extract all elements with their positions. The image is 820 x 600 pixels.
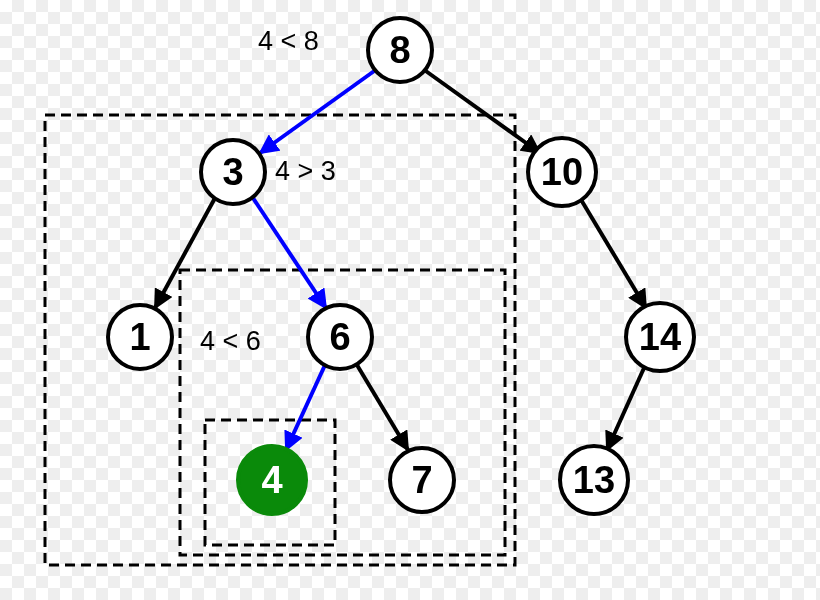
svg-text:10: 10 <box>541 151 583 193</box>
node-1: 1 <box>108 305 172 369</box>
svg-text:14: 14 <box>639 316 681 358</box>
bst-search-diagram: 8 3 10 1 6 14 4 7 13 4 < 8 4 > 3 4 < 6 <box>0 0 820 600</box>
node-6: 6 <box>308 305 372 369</box>
comparison-label-root: 4 < 8 <box>258 26 319 56</box>
svg-text:13: 13 <box>573 459 615 501</box>
node-13: 13 <box>560 446 628 514</box>
edge-6-4 <box>286 365 325 450</box>
edge-3-1 <box>155 198 215 308</box>
edge-6-7 <box>357 365 408 450</box>
edge-10-14 <box>580 198 646 308</box>
edge-8-10 <box>423 69 540 153</box>
node-4: 4 <box>238 446 306 514</box>
edge-8-3 <box>260 69 377 153</box>
svg-text:7: 7 <box>411 459 432 501</box>
comparison-label-n6: 4 < 6 <box>200 326 261 356</box>
svg-text:1: 1 <box>129 316 150 358</box>
node-8: 8 <box>368 18 432 82</box>
node-10: 10 <box>528 138 596 206</box>
node-7: 7 <box>390 448 454 512</box>
edge-14-13 <box>607 368 644 450</box>
comparison-label-n3: 4 > 3 <box>275 156 336 186</box>
svg-text:3: 3 <box>222 151 243 193</box>
svg-text:4: 4 <box>261 459 282 501</box>
svg-text:6: 6 <box>329 316 350 358</box>
node-14: 14 <box>626 303 694 371</box>
edge-3-6 <box>253 198 326 308</box>
node-3: 3 <box>201 140 265 204</box>
svg-text:8: 8 <box>389 29 410 71</box>
